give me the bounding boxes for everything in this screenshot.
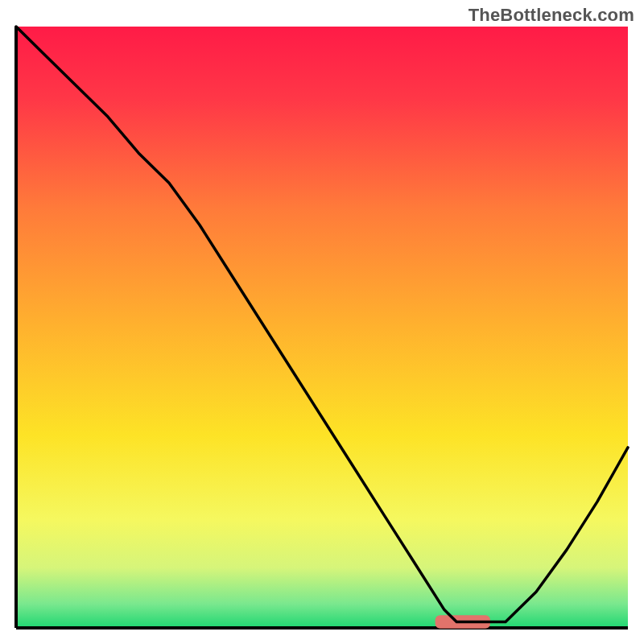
bottleneck-chart bbox=[0, 0, 644, 644]
watermark-text: TheBottleneck.com bbox=[469, 5, 634, 26]
chart-container: TheBottleneck.com bbox=[0, 0, 644, 644]
